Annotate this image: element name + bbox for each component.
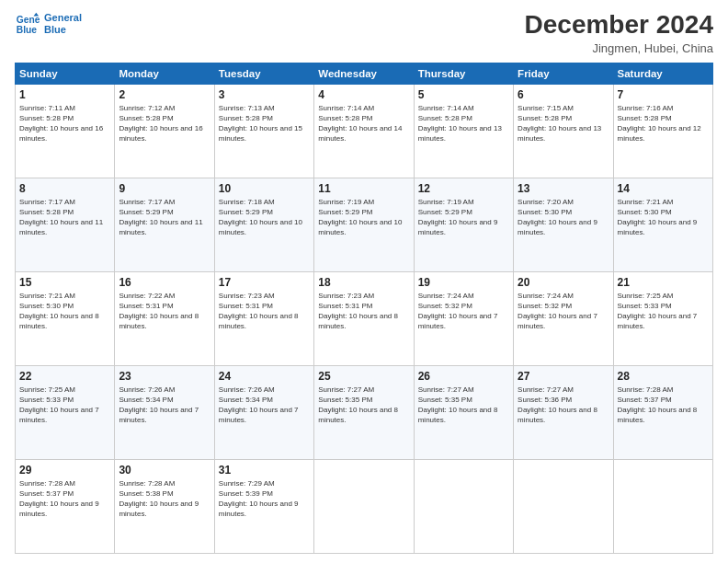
calendar-week-row: 15Sunrise: 7:21 AMSunset: 5:30 PMDayligh… bbox=[16, 271, 713, 365]
day-info: Sunrise: 7:26 AMSunset: 5:34 PMDaylight:… bbox=[119, 385, 199, 425]
day-info: Sunrise: 7:11 AMSunset: 5:28 PMDaylight:… bbox=[19, 104, 103, 144]
day-info: Sunrise: 7:23 AMSunset: 5:31 PMDaylight:… bbox=[219, 292, 299, 331]
day-number: 26 bbox=[418, 370, 509, 383]
table-row: 15Sunrise: 7:21 AMSunset: 5:30 PMDayligh… bbox=[16, 271, 115, 365]
day-number: 28 bbox=[618, 370, 709, 383]
day-number: 13 bbox=[518, 182, 609, 195]
day-number: 7 bbox=[618, 88, 709, 101]
svg-text:Blue: Blue bbox=[17, 25, 38, 35]
table-row: 6Sunrise: 7:15 AMSunset: 5:28 PMDaylight… bbox=[514, 84, 613, 178]
day-info: Sunrise: 7:24 AMSunset: 5:32 PMDaylight:… bbox=[418, 292, 498, 331]
table-row: 22Sunrise: 7:25 AMSunset: 5:33 PMDayligh… bbox=[16, 365, 115, 459]
col-wednesday: Wednesday bbox=[314, 63, 414, 84]
title-block: December 2024 Jingmen, Hubei, China bbox=[525, 11, 713, 55]
table-row: 11Sunrise: 7:19 AMSunset: 5:29 PMDayligh… bbox=[314, 178, 414, 271]
day-number: 3 bbox=[219, 88, 310, 101]
table-row: 19Sunrise: 7:24 AMSunset: 5:32 PMDayligh… bbox=[414, 271, 513, 365]
col-saturday: Saturday bbox=[613, 63, 712, 84]
table-row: 13Sunrise: 7:20 AMSunset: 5:30 PMDayligh… bbox=[514, 178, 613, 271]
table-row: 24Sunrise: 7:26 AMSunset: 5:34 PMDayligh… bbox=[214, 365, 313, 459]
header: General Blue General Blue December 2024 … bbox=[15, 11, 713, 55]
day-number: 6 bbox=[518, 88, 609, 101]
calendar-header-row: Sunday Monday Tuesday Wednesday Thursday… bbox=[16, 63, 713, 84]
day-info: Sunrise: 7:27 AMSunset: 5:36 PMDaylight:… bbox=[518, 385, 597, 425]
day-number: 22 bbox=[19, 370, 110, 383]
table-row: 17Sunrise: 7:23 AMSunset: 5:31 PMDayligh… bbox=[214, 271, 313, 365]
col-tuesday: Tuesday bbox=[214, 63, 313, 84]
table-row bbox=[314, 459, 414, 553]
table-row: 8Sunrise: 7:17 AMSunset: 5:28 PMDaylight… bbox=[16, 178, 115, 271]
calendar-week-row: 29Sunrise: 7:28 AMSunset: 5:37 PMDayligh… bbox=[16, 459, 713, 553]
table-row: 31Sunrise: 7:29 AMSunset: 5:39 PMDayligh… bbox=[214, 459, 313, 553]
day-number: 8 bbox=[19, 182, 110, 195]
table-row: 1Sunrise: 7:11 AMSunset: 5:28 PMDaylight… bbox=[16, 84, 115, 178]
table-row bbox=[514, 459, 613, 553]
table-row: 4Sunrise: 7:14 AMSunset: 5:28 PMDaylight… bbox=[314, 84, 414, 178]
day-info: Sunrise: 7:25 AMSunset: 5:33 PMDaylight:… bbox=[19, 385, 99, 425]
day-info: Sunrise: 7:18 AMSunset: 5:29 PMDaylight:… bbox=[219, 198, 302, 237]
day-info: Sunrise: 7:19 AMSunset: 5:29 PMDaylight:… bbox=[318, 198, 402, 237]
table-row: 28Sunrise: 7:28 AMSunset: 5:37 PMDayligh… bbox=[613, 365, 712, 459]
svg-text:General: General bbox=[17, 15, 40, 25]
table-row: 12Sunrise: 7:19 AMSunset: 5:29 PMDayligh… bbox=[414, 178, 513, 271]
col-friday: Friday bbox=[514, 63, 613, 84]
calendar-table: Sunday Monday Tuesday Wednesday Thursday… bbox=[15, 63, 713, 554]
page: General Blue General Blue December 2024 … bbox=[0, 0, 728, 563]
day-number: 21 bbox=[618, 276, 709, 289]
day-info: Sunrise: 7:24 AMSunset: 5:32 PMDaylight:… bbox=[518, 292, 597, 331]
table-row: 3Sunrise: 7:13 AMSunset: 5:28 PMDaylight… bbox=[214, 84, 313, 178]
day-info: Sunrise: 7:16 AMSunset: 5:28 PMDaylight:… bbox=[618, 104, 701, 144]
table-row: 16Sunrise: 7:22 AMSunset: 5:31 PMDayligh… bbox=[115, 271, 214, 365]
day-number: 15 bbox=[19, 276, 110, 289]
month-title: December 2024 bbox=[525, 11, 713, 40]
day-number: 2 bbox=[119, 88, 210, 101]
calendar-week-row: 8Sunrise: 7:17 AMSunset: 5:28 PMDaylight… bbox=[16, 178, 713, 271]
table-row: 10Sunrise: 7:18 AMSunset: 5:29 PMDayligh… bbox=[214, 178, 313, 271]
table-row: 26Sunrise: 7:27 AMSunset: 5:35 PMDayligh… bbox=[414, 365, 513, 459]
day-number: 16 bbox=[119, 276, 210, 289]
day-info: Sunrise: 7:13 AMSunset: 5:28 PMDaylight:… bbox=[219, 104, 302, 144]
day-info: Sunrise: 7:20 AMSunset: 5:30 PMDaylight:… bbox=[518, 198, 597, 237]
location: Jingmen, Hubei, China bbox=[525, 41, 713, 55]
table-row bbox=[613, 459, 712, 553]
logo-icon: General Blue bbox=[15, 11, 40, 37]
table-row: 27Sunrise: 7:27 AMSunset: 5:36 PMDayligh… bbox=[514, 365, 613, 459]
logo: General Blue General Blue bbox=[15, 11, 82, 37]
day-number: 25 bbox=[318, 370, 409, 383]
day-info: Sunrise: 7:12 AMSunset: 5:28 PMDaylight:… bbox=[119, 104, 202, 144]
day-number: 24 bbox=[219, 370, 310, 383]
day-info: Sunrise: 7:15 AMSunset: 5:28 PMDaylight:… bbox=[518, 104, 601, 144]
day-number: 17 bbox=[219, 276, 310, 289]
calendar-week-row: 22Sunrise: 7:25 AMSunset: 5:33 PMDayligh… bbox=[16, 365, 713, 459]
day-info: Sunrise: 7:28 AMSunset: 5:37 PMDaylight:… bbox=[19, 479, 99, 519]
day-number: 14 bbox=[618, 182, 709, 195]
day-number: 5 bbox=[418, 88, 509, 101]
day-number: 4 bbox=[318, 88, 409, 101]
day-number: 27 bbox=[518, 370, 609, 383]
day-number: 1 bbox=[19, 88, 110, 101]
day-info: Sunrise: 7:23 AMSunset: 5:31 PMDaylight:… bbox=[318, 292, 398, 331]
day-info: Sunrise: 7:27 AMSunset: 5:35 PMDaylight:… bbox=[418, 385, 498, 425]
day-info: Sunrise: 7:17 AMSunset: 5:28 PMDaylight:… bbox=[19, 198, 103, 237]
day-info: Sunrise: 7:22 AMSunset: 5:31 PMDaylight:… bbox=[119, 292, 199, 331]
day-info: Sunrise: 7:14 AMSunset: 5:28 PMDaylight:… bbox=[418, 104, 502, 144]
calendar-week-row: 1Sunrise: 7:11 AMSunset: 5:28 PMDaylight… bbox=[16, 84, 713, 178]
day-number: 30 bbox=[119, 464, 210, 477]
day-info: Sunrise: 7:21 AMSunset: 5:30 PMDaylight:… bbox=[618, 198, 698, 237]
table-row: 21Sunrise: 7:25 AMSunset: 5:33 PMDayligh… bbox=[613, 271, 712, 365]
day-number: 12 bbox=[418, 182, 509, 195]
table-row: 5Sunrise: 7:14 AMSunset: 5:28 PMDaylight… bbox=[414, 84, 513, 178]
day-info: Sunrise: 7:19 AMSunset: 5:29 PMDaylight:… bbox=[418, 198, 498, 237]
day-number: 19 bbox=[418, 276, 509, 289]
table-row: 14Sunrise: 7:21 AMSunset: 5:30 PMDayligh… bbox=[613, 178, 712, 271]
day-number: 29 bbox=[19, 464, 110, 477]
day-info: Sunrise: 7:26 AMSunset: 5:34 PMDaylight:… bbox=[219, 385, 299, 425]
table-row: 2Sunrise: 7:12 AMSunset: 5:28 PMDaylight… bbox=[115, 84, 214, 178]
day-number: 9 bbox=[119, 182, 210, 195]
logo-line2: Blue bbox=[44, 24, 82, 36]
table-row: 18Sunrise: 7:23 AMSunset: 5:31 PMDayligh… bbox=[314, 271, 414, 365]
table-row: 7Sunrise: 7:16 AMSunset: 5:28 PMDaylight… bbox=[613, 84, 712, 178]
day-info: Sunrise: 7:17 AMSunset: 5:29 PMDaylight:… bbox=[119, 198, 202, 237]
day-info: Sunrise: 7:28 AMSunset: 5:37 PMDaylight:… bbox=[618, 385, 698, 425]
day-info: Sunrise: 7:25 AMSunset: 5:33 PMDaylight:… bbox=[618, 292, 698, 331]
